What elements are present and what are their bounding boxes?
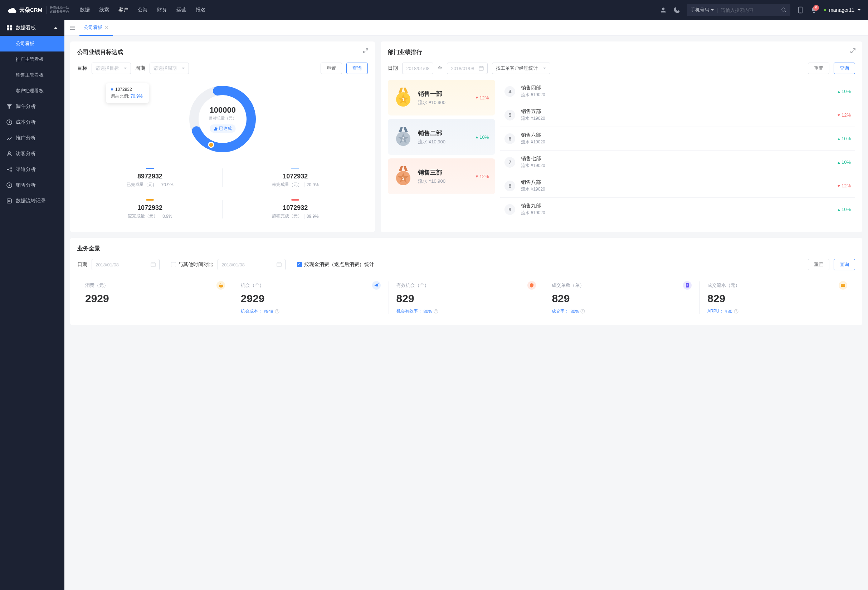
svg-rect-29 (277, 263, 281, 267)
cash-checkbox[interactable]: 按现金消费（返点后消费）统计 (297, 261, 374, 268)
logo-icon (7, 6, 17, 13)
card-title: 部门业绩排行 (388, 49, 855, 56)
donut-badge: 已达成 (210, 124, 235, 132)
thumbsup-icon (213, 127, 217, 131)
date1-input[interactable]: 2018/01/08 (92, 259, 159, 270)
hamburger-icon[interactable] (69, 25, 76, 31)
user-icon[interactable] (660, 6, 667, 13)
svg-text:1: 1 (402, 97, 404, 102)
bronze-medal-icon: 3 (394, 166, 412, 187)
expand-icon[interactable] (850, 48, 856, 54)
search-icon[interactable] (781, 7, 787, 13)
expand-icon[interactable] (363, 48, 369, 54)
query-button[interactable]: 查询 (346, 63, 368, 74)
logo-subtitle: 教育机构一站式服务云平台 (47, 6, 69, 14)
cost-icon (6, 119, 12, 125)
filter-label: 日期 (77, 261, 87, 268)
sidebar-item-dashboard[interactable]: 数据看板 (0, 20, 64, 36)
chevron-down-icon (857, 8, 861, 12)
top-nav: 数据 线索 客户 公海 财务 运营 报名 (80, 7, 206, 13)
main: 公司看板 公司业绩目标达成 目标 请选择目标 周期 请选择周期 重置 (64, 20, 868, 590)
nav-item[interactable]: 运营 (176, 7, 186, 13)
compare-checkbox[interactable]: 与其他时间对比 (171, 261, 213, 268)
trend-down: ▼12% (475, 95, 489, 100)
doc-icon (685, 283, 690, 288)
promo-icon (6, 135, 12, 141)
sidebar-item-cost[interactable]: 成本分析 (0, 115, 64, 130)
svg-text:2: 2 (402, 137, 404, 141)
sidebar-sub[interactable]: 客户经理看板 (0, 83, 64, 99)
nav-item[interactable]: 财务 (157, 7, 167, 13)
tabbar: 公司看板 (64, 20, 868, 36)
kpi-item: 消费（元） 2929 (77, 278, 233, 318)
search-type-select[interactable]: 手机号码 (691, 7, 714, 13)
chevron-down-icon (123, 66, 127, 70)
sidebar-item-promo[interactable]: 推广分析 (0, 130, 64, 146)
stat-item: 1072932 超额完成（元）89.9% (223, 193, 368, 225)
svg-rect-34 (686, 283, 689, 287)
rank-row: 7销售七部流水 ¥19020▲10% (500, 150, 855, 174)
reset-button[interactable]: 重置 (320, 63, 342, 74)
send-icon (374, 283, 379, 288)
close-icon[interactable] (105, 25, 109, 30)
chevron-up-icon (54, 26, 58, 30)
svg-point-13 (9, 184, 10, 186)
target-select[interactable]: 请选择目标 (92, 63, 131, 74)
svg-text:3: 3 (402, 176, 404, 181)
help-icon[interactable]: ? (434, 309, 438, 313)
reset-button[interactable]: 重置 (808, 63, 830, 74)
svg-text:?: ? (735, 310, 737, 313)
date-from-input[interactable]: 2018/01/08 (402, 63, 433, 74)
rank-row: 6销售六部流水 ¥19020▲10% (500, 127, 855, 150)
date2-input[interactable]: 2018/01/08 (217, 259, 285, 270)
sidebar-sub[interactable]: 推广主管看板 (0, 51, 64, 67)
sidebar-item-sales[interactable]: 销售分析 (0, 177, 64, 193)
sidebar-sub[interactable]: 销售主管看板 (0, 67, 64, 83)
donut-stats: 8972932 已完成量（元）70.9% 1072932 未完成量（元）20.9… (77, 162, 368, 225)
mobile-icon[interactable] (797, 6, 804, 13)
nav-item[interactable]: 数据 (80, 7, 90, 13)
logo-text: 云朵CRM (19, 7, 42, 13)
statby-select[interactable]: 按工单客户经理统计 (492, 63, 550, 74)
sidebar-sub-company[interactable]: 公司看板 (0, 36, 64, 51)
query-button[interactable]: 查询 (834, 259, 855, 270)
svg-rect-38 (841, 285, 845, 285)
overview-card: 业务全景 日期 2018/01/08 与其他时间对比 2018/01/08 按现… (70, 238, 862, 325)
logo[interactable]: 云朵CRM 教育机构一站式服务云平台 (7, 6, 69, 14)
help-icon[interactable]: ? (580, 309, 585, 313)
reset-button[interactable]: 重置 (808, 259, 830, 270)
podium: 1 销售一部流水 ¥10,900 ▼12% 2 销售二部流水 ¥10,900 ▲… (388, 80, 495, 221)
calendar-icon (479, 66, 484, 71)
sidebar-item-channel[interactable]: 渠道分析 (0, 162, 64, 177)
nav-item[interactable]: 线索 (99, 7, 109, 13)
target-filters: 目标 请选择目标 周期 请选择周期 重置 查询 (77, 63, 368, 74)
search-input[interactable] (721, 7, 778, 13)
chevron-down-icon (710, 8, 714, 12)
nav-item[interactable]: 公海 (138, 7, 148, 13)
kpi-item: 成交单数（单） 829 成交率：80%? (544, 278, 700, 318)
card-title: 公司业绩目标达成 (77, 49, 368, 56)
tab-company[interactable]: 公司看板 (80, 20, 113, 36)
filter-label: 周期 (135, 65, 145, 72)
kpi-item: 成交流水（元） 829 ARPU：¥80? (700, 278, 855, 318)
period-select[interactable]: 请选择周期 (149, 63, 189, 74)
sidebar-item-visitor[interactable]: 访客分析 (0, 146, 64, 162)
chart-tooltip: 1072932 所占比例: 70.9% (106, 83, 149, 103)
nav-item[interactable]: 报名 (196, 7, 206, 13)
help-icon[interactable]: ? (734, 309, 738, 313)
svg-rect-6 (10, 28, 12, 30)
help-icon[interactable]: ? (275, 309, 279, 313)
svg-point-8 (8, 152, 10, 154)
date-to-input[interactable]: 2018/01/08 (447, 63, 487, 74)
query-button[interactable]: 查询 (834, 63, 855, 74)
flow-icon (6, 198, 12, 204)
channel-icon (6, 167, 12, 172)
svg-point-2 (800, 12, 801, 13)
sidebar: 数据看板 公司看板 推广主管看板 销售主管看板 客户经理看板 漏斗分析 成本分析… (0, 20, 64, 590)
notification-button[interactable]: 5 (810, 6, 818, 13)
sidebar-item-funnel[interactable]: 漏斗分析 (0, 99, 64, 115)
sidebar-item-flow[interactable]: 数据流转记录 (0, 193, 64, 209)
nav-item[interactable]: 客户 (118, 7, 128, 13)
phone-icon[interactable] (673, 6, 681, 13)
user-menu[interactable]: manager11 (824, 7, 861, 13)
